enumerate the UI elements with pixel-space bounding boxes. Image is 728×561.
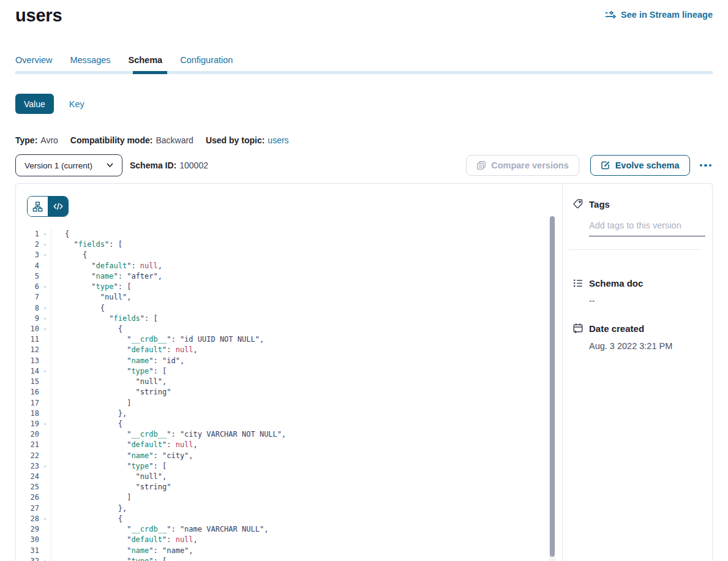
fold-toggle-icon[interactable]: ▾	[39, 324, 51, 334]
code-text: {	[51, 514, 562, 524]
key-toggle-link[interactable]: Key	[69, 99, 84, 109]
compare-versions-icon	[476, 160, 486, 170]
fold-spacer	[39, 472, 51, 482]
line-number: 19	[16, 419, 39, 429]
fold-toggle-icon[interactable]: ▾	[39, 514, 51, 524]
schema-doc-title: Schema doc	[589, 278, 643, 288]
code-line: 25 "string"	[16, 482, 562, 492]
code-line: 12 "default": null,	[16, 345, 562, 355]
fold-toggle-icon[interactable]: ▾	[39, 303, 51, 314]
code-line: 16 "string"	[16, 387, 562, 397]
more-actions-button[interactable]	[699, 162, 713, 170]
code-line: 31 "name": "name",	[16, 546, 562, 556]
fold-toggle-icon[interactable]: ▾	[39, 282, 51, 292]
code-scrollbar[interactable]	[549, 216, 555, 561]
code-line: 18 },	[16, 409, 562, 419]
compare-versions-label: Compare versions	[491, 160, 569, 170]
scrollbar-thumb[interactable]	[550, 216, 555, 557]
code-text: "null",	[51, 377, 562, 387]
code-text: "type": [	[51, 556, 562, 561]
code-text: {	[51, 324, 562, 334]
code-line: 24 "null",	[16, 472, 562, 482]
fold-toggle-icon[interactable]: ▾	[39, 461, 51, 472]
code-line: 23▾ "type": [	[16, 461, 562, 472]
code-line: 6▾ "type": [	[16, 282, 562, 292]
fold-spacer	[39, 482, 51, 492]
tab-overview[interactable]: Overview	[15, 55, 52, 66]
tab-bar: Overview Messages Schema Configuration	[15, 55, 713, 74]
line-number: 6	[16, 282, 39, 292]
code-text: {	[51, 303, 562, 314]
active-tab-indicator	[133, 71, 167, 74]
schema-meta-row: Type: Avro Compatibility mode: Backward …	[15, 135, 713, 145]
code-lines: 1▾{2▾ "fields": [3▾ {4 "default": null,5…	[16, 229, 562, 561]
code-text: "type": [	[51, 282, 562, 292]
code-line: 22 "name": "city",	[16, 451, 562, 461]
fold-toggle-icon[interactable]: ▾	[39, 366, 51, 377]
date-created-section: Date created Aug. 3 2022 3:21 PM	[572, 323, 702, 351]
fold-spacer	[39, 429, 51, 440]
code-text: ]	[51, 398, 562, 409]
fold-toggle-icon[interactable]: ▾	[39, 250, 51, 260]
version-select[interactable]: Version 1 (current)	[15, 154, 122, 176]
view-mode-toggle	[27, 196, 69, 217]
tab-messages[interactable]: Messages	[70, 55, 110, 66]
code-text: "type": [	[51, 366, 562, 377]
line-number: 13	[16, 356, 39, 366]
code-text: "__crdb__": "city VARCHAR NOT NULL",	[51, 429, 562, 440]
line-number: 30	[16, 535, 39, 545]
tab-configuration[interactable]: Configuration	[180, 55, 233, 66]
code-line: 3▾ {	[16, 250, 562, 260]
fold-toggle-icon[interactable]: ▾	[39, 419, 51, 429]
schema-side-panel: Tags Schema do	[563, 184, 712, 561]
line-number: 2	[16, 239, 39, 250]
fold-spacer	[39, 546, 51, 556]
code-text: "default": null,	[51, 345, 562, 355]
code-text: },	[51, 409, 562, 419]
code-view-button[interactable]	[48, 197, 68, 216]
tab-track	[15, 71, 713, 74]
used-by-topic-label: Used by topic:	[206, 135, 265, 145]
line-number: 9	[16, 314, 39, 324]
fold-toggle-icon[interactable]: ▾	[39, 556, 51, 561]
code-view-icon	[53, 202, 63, 211]
used-by-topic-link[interactable]: users	[268, 135, 288, 145]
fold-toggle-icon[interactable]: ▾	[39, 239, 51, 250]
schema-id-label: Schema ID:	[130, 160, 176, 170]
fold-toggle-icon[interactable]: ▾	[39, 229, 51, 239]
tree-view-button[interactable]	[28, 197, 48, 216]
fold-toggle-icon[interactable]: ▾	[39, 314, 51, 324]
code-text: {	[51, 419, 562, 429]
value-toggle-button[interactable]: Value	[15, 94, 54, 114]
add-tags-input[interactable]	[589, 220, 705, 236]
tab-schema[interactable]: Schema	[129, 55, 163, 66]
evolve-schema-label: Evolve schema	[615, 160, 680, 170]
list-icon	[572, 277, 584, 288]
line-number: 12	[16, 345, 39, 355]
evolve-schema-button[interactable]: Evolve schema	[590, 155, 690, 176]
code-text: "name": "after",	[51, 271, 562, 282]
fold-spacer	[39, 271, 51, 282]
code-text: "type": [	[51, 461, 562, 472]
type-value: Avro	[40, 135, 58, 145]
schema-page: users See in Stream lineage Overview Mes…	[0, 4, 728, 561]
see-in-stream-lineage-link[interactable]: See in Stream lineage	[605, 10, 713, 20]
code-line: 26 ]	[16, 492, 562, 503]
tags-section-header: Tags	[572, 198, 702, 209]
line-number: 5	[16, 271, 39, 282]
version-select-value: Version 1 (current)	[24, 161, 92, 170]
code-line: 27 },	[16, 503, 562, 514]
fold-spacer	[39, 261, 51, 271]
line-number: 4	[16, 261, 39, 271]
code-line: 7 "null",	[16, 292, 562, 303]
line-number: 25	[16, 482, 39, 492]
line-number: 23	[16, 461, 39, 472]
code-line: 1▾{	[16, 229, 562, 239]
code-line: 8▾ {	[16, 303, 562, 314]
line-number: 22	[16, 451, 39, 461]
line-number: 18	[16, 409, 39, 419]
compare-versions-button[interactable]: Compare versions	[466, 155, 579, 176]
schema-card: 1▾{2▾ "fields": [3▾ {4 "default": null,5…	[15, 183, 713, 561]
code-line: 13 "name": "id",	[16, 356, 562, 366]
fold-spacer	[39, 398, 51, 409]
